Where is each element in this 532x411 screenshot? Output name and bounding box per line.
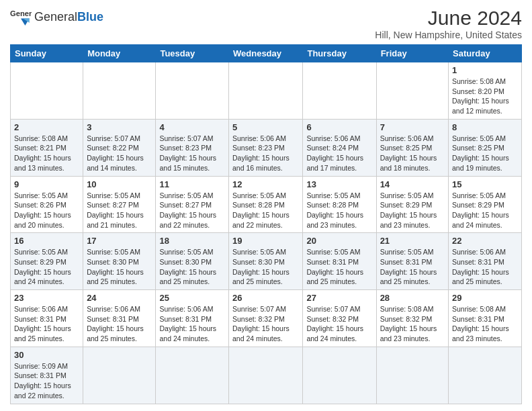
calendar-cell: 16Sunrise: 5:05 AMSunset: 8:29 PMDayligh…: [11, 233, 83, 290]
day-number: 2: [14, 122, 79, 132]
day-info: Sunrise: 5:06 AMSunset: 8:24 PMDaylight:…: [306, 134, 372, 173]
day-number: 7: [380, 122, 445, 132]
calendar-table: SundayMondayTuesdayWednesdayThursdayFrid…: [10, 44, 522, 404]
day-number: 5: [232, 122, 299, 132]
calendar-cell: 15Sunrise: 5:05 AMSunset: 8:29 PMDayligh…: [449, 176, 522, 233]
day-info: Sunrise: 5:05 AMSunset: 8:29 PMDaylight:…: [380, 191, 445, 230]
day-number: 11: [159, 179, 225, 189]
calendar-cell: 22Sunrise: 5:06 AMSunset: 8:31 PMDayligh…: [449, 233, 522, 290]
day-info: Sunrise: 5:05 AMSunset: 8:30 PMDaylight:…: [87, 247, 152, 287]
svg-text:General: General: [10, 9, 32, 17]
header-day-saturday: Saturday: [449, 45, 522, 62]
day-number: 8: [452, 122, 518, 132]
calendar-body: 1Sunrise: 5:08 AMSunset: 8:20 PMDaylight…: [11, 62, 522, 404]
day-number: 12: [232, 179, 299, 189]
calendar-cell: 26Sunrise: 5:07 AMSunset: 8:32 PMDayligh…: [229, 290, 303, 347]
day-info: Sunrise: 5:06 AMSunset: 8:31 PMDaylight:…: [87, 304, 152, 344]
calendar-cell: 9Sunrise: 5:05 AMSunset: 8:26 PMDaylight…: [11, 176, 83, 233]
calendar-cell: [449, 347, 522, 404]
day-number: 24: [87, 293, 152, 303]
day-info: Sunrise: 5:06 AMSunset: 8:23 PMDaylight:…: [232, 134, 299, 173]
calendar-cell: [156, 347, 229, 404]
calendar-cell: [303, 347, 376, 404]
day-info: Sunrise: 5:08 AMSunset: 8:21 PMDaylight:…: [14, 134, 79, 173]
calendar-cell: 25Sunrise: 5:06 AMSunset: 8:31 PMDayligh…: [156, 290, 229, 347]
calendar-cell: [376, 347, 448, 404]
day-number: 4: [159, 122, 225, 132]
day-number: 19: [232, 236, 299, 246]
day-info: Sunrise: 5:06 AMSunset: 8:25 PMDaylight:…: [380, 134, 445, 173]
header-day-monday: Monday: [83, 45, 156, 62]
day-info: Sunrise: 5:06 AMSunset: 8:31 PMDaylight:…: [159, 304, 225, 344]
calendar-cell: 24Sunrise: 5:06 AMSunset: 8:31 PMDayligh…: [83, 290, 156, 347]
calendar-cell: 19Sunrise: 5:05 AMSunset: 8:30 PMDayligh…: [229, 233, 303, 290]
calendar-cell: [303, 62, 376, 120]
calendar-cell: 17Sunrise: 5:05 AMSunset: 8:30 PMDayligh…: [83, 233, 156, 290]
calendar-cell: [229, 62, 303, 120]
day-number: 10: [87, 179, 152, 189]
title-block: June 2024 Hill, New Hampshire, United St…: [375, 7, 522, 40]
calendar-cell: 30Sunrise: 5:09 AMSunset: 8:31 PMDayligh…: [11, 347, 83, 404]
day-info: Sunrise: 5:07 AMSunset: 8:22 PMDaylight:…: [87, 134, 152, 173]
header-day-wednesday: Wednesday: [229, 45, 303, 62]
day-number: 18: [159, 236, 225, 246]
day-number: 9: [14, 179, 79, 189]
calendar-cell: 6Sunrise: 5:06 AMSunset: 8:24 PMDaylight…: [303, 119, 376, 176]
day-number: 1: [452, 65, 518, 75]
day-number: 16: [14, 236, 79, 246]
calendar-cell: 29Sunrise: 5:08 AMSunset: 8:31 PMDayligh…: [449, 290, 522, 347]
day-number: 21: [380, 236, 445, 246]
calendar-cell: 21Sunrise: 5:05 AMSunset: 8:31 PMDayligh…: [376, 233, 448, 290]
calendar-cell: 18Sunrise: 5:05 AMSunset: 8:30 PMDayligh…: [156, 233, 229, 290]
week-row-5: 30Sunrise: 5:09 AMSunset: 8:31 PMDayligh…: [11, 347, 522, 404]
header-day-thursday: Thursday: [303, 45, 376, 62]
day-number: 23: [14, 293, 79, 303]
day-number: 28: [380, 293, 445, 303]
calendar-cell: [83, 62, 156, 120]
day-number: 17: [87, 236, 152, 246]
calendar-cell: 12Sunrise: 5:05 AMSunset: 8:28 PMDayligh…: [229, 176, 303, 233]
day-info: Sunrise: 5:07 AMSunset: 8:32 PMDaylight:…: [306, 304, 372, 344]
day-number: 25: [159, 293, 225, 303]
week-row-4: 23Sunrise: 5:06 AMSunset: 8:31 PMDayligh…: [11, 290, 522, 347]
day-number: 6: [306, 122, 372, 132]
calendar-cell: 8Sunrise: 5:05 AMSunset: 8:25 PMDaylight…: [449, 119, 522, 176]
week-row-1: 2Sunrise: 5:08 AMSunset: 8:21 PMDaylight…: [11, 119, 522, 176]
day-number: 30: [14, 350, 79, 360]
day-number: 29: [452, 293, 518, 303]
day-number: 27: [306, 293, 372, 303]
calendar-cell: 1Sunrise: 5:08 AMSunset: 8:20 PMDaylight…: [449, 62, 522, 120]
day-number: 22: [452, 236, 518, 246]
calendar-cell: 10Sunrise: 5:05 AMSunset: 8:27 PMDayligh…: [83, 176, 156, 233]
day-info: Sunrise: 5:05 AMSunset: 8:27 PMDaylight:…: [87, 191, 152, 230]
day-info: Sunrise: 5:05 AMSunset: 8:30 PMDaylight:…: [232, 247, 299, 287]
header-row: SundayMondayTuesdayWednesdayThursdayFrid…: [11, 45, 522, 62]
calendar-cell: 13Sunrise: 5:05 AMSunset: 8:28 PMDayligh…: [303, 176, 376, 233]
calendar-cell: 14Sunrise: 5:05 AMSunset: 8:29 PMDayligh…: [376, 176, 448, 233]
logo-text: GeneralBlue: [34, 11, 103, 24]
day-info: Sunrise: 5:05 AMSunset: 8:31 PMDaylight:…: [380, 247, 445, 287]
day-number: 26: [232, 293, 299, 303]
calendar-cell: 3Sunrise: 5:07 AMSunset: 8:22 PMDaylight…: [83, 119, 156, 176]
day-info: Sunrise: 5:06 AMSunset: 8:31 PMDaylight:…: [14, 304, 79, 344]
day-info: Sunrise: 5:05 AMSunset: 8:25 PMDaylight:…: [452, 134, 518, 173]
day-info: Sunrise: 5:05 AMSunset: 8:29 PMDaylight:…: [14, 247, 79, 287]
day-number: 3: [87, 122, 152, 132]
calendar-cell: 2Sunrise: 5:08 AMSunset: 8:21 PMDaylight…: [11, 119, 83, 176]
generalblue-logo-icon: General: [10, 7, 32, 28]
calendar-header: SundayMondayTuesdayWednesdayThursdayFrid…: [11, 45, 522, 62]
calendar-cell: [156, 62, 229, 120]
day-info: Sunrise: 5:05 AMSunset: 8:27 PMDaylight:…: [159, 191, 225, 230]
week-row-0: 1Sunrise: 5:08 AMSunset: 8:20 PMDaylight…: [11, 62, 522, 120]
header-day-friday: Friday: [376, 45, 448, 62]
day-info: Sunrise: 5:08 AMSunset: 8:32 PMDaylight:…: [380, 304, 445, 344]
header-day-sunday: Sunday: [11, 45, 83, 62]
day-number: 15: [452, 179, 518, 189]
calendar-title: June 2024: [375, 7, 522, 30]
day-info: Sunrise: 5:06 AMSunset: 8:31 PMDaylight:…: [452, 247, 518, 287]
logo: General GeneralBlue: [10, 7, 103, 28]
day-number: 20: [306, 236, 372, 246]
day-info: Sunrise: 5:05 AMSunset: 8:28 PMDaylight:…: [306, 191, 372, 230]
day-info: Sunrise: 5:08 AMSunset: 8:20 PMDaylight:…: [452, 77, 518, 116]
calendar-cell: [229, 347, 303, 404]
